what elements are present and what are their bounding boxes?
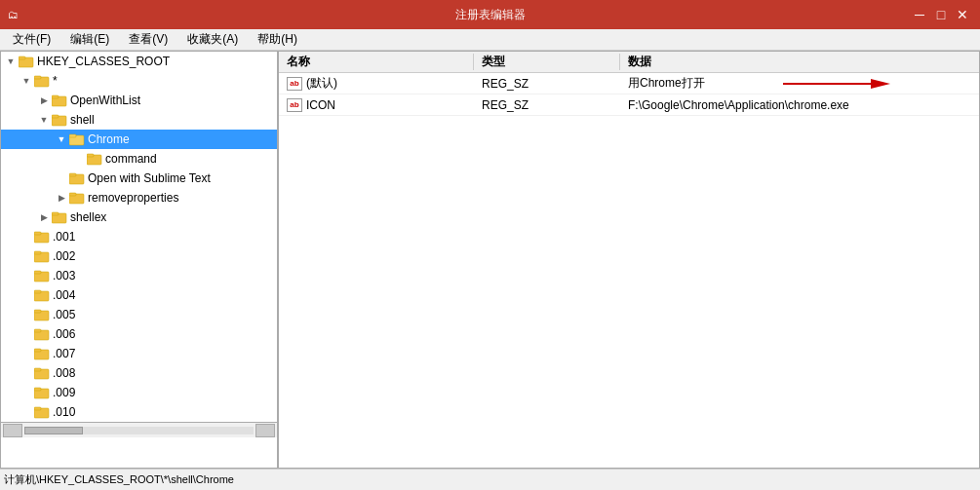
svg-rect-35 (34, 388, 41, 391)
svg-rect-19 (34, 232, 41, 235)
tree-node-005[interactable]: ▶ .005 (1, 305, 277, 324)
svg-rect-27 (34, 310, 41, 313)
tree-label-004: .004 (53, 288, 75, 302)
folder-icon-002 (34, 249, 50, 263)
tree-panel[interactable]: ▼ HKEY_CLASSES_ROOT ▼ * ▶ Ope (1, 52, 279, 468)
tree-node-removeprops[interactable]: ▶ removeproperties (1, 188, 277, 207)
expand-icon-star: ▼ (19, 73, 34, 89)
tree-label-003: .003 (53, 269, 75, 283)
tree-node-star[interactable]: ▼ * (1, 71, 277, 91)
folder-icon-star (34, 74, 50, 88)
svg-rect-1 (19, 57, 25, 59)
folder-icon-sublime (69, 171, 85, 185)
tree-label-009: .009 (53, 386, 75, 399)
svg-rect-17 (52, 212, 59, 215)
folder-icon-command (87, 152, 102, 166)
tree-label-chrome: Chrome (88, 132, 130, 146)
col-header-type: 类型 (474, 54, 620, 70)
tree-node-003[interactable]: ▶ .003 (1, 266, 277, 285)
folder-icon-005 (34, 308, 50, 321)
folder-icon-006 (34, 327, 50, 341)
menu-file[interactable]: 文件(F) (4, 28, 59, 51)
tree-label-shell: shell (70, 113, 95, 127)
scroll-thumb[interactable] (24, 427, 83, 434)
folder-icon-007 (34, 347, 50, 360)
cell-type-1: REG_SZ (474, 98, 620, 112)
tree-node-shell[interactable]: ▼ shell (1, 110, 277, 130)
folder-icon-shellex (52, 210, 67, 224)
tree-label-shellex: shellex (70, 210, 106, 224)
tree-node-010[interactable]: ▶ .010 (1, 402, 277, 422)
title-bar: 🗂 注册表编辑器 ─ □ ✕ (0, 0, 980, 29)
svg-rect-37 (34, 407, 41, 410)
scroll-left-btn[interactable] (3, 424, 22, 437)
status-bar: 计算机\HKEY_CLASSES_ROOT\*\shell\Chrome (0, 469, 980, 490)
cell-name-0: ab (默认) (279, 75, 474, 92)
folder-icon-removeprops (69, 191, 85, 205)
tree-label-removeprops: removeproperties (88, 191, 178, 205)
tree-node-009[interactable]: ▶ .009 (1, 383, 277, 402)
cell-name-1: ab ICON (279, 98, 474, 112)
tree-label-star: * (53, 74, 58, 88)
tree-label-008: .008 (53, 366, 75, 380)
menu-edit[interactable]: 编辑(E) (61, 28, 118, 51)
cell-type-0: REG_SZ (474, 77, 620, 91)
scroll-track[interactable] (24, 427, 254, 434)
window: 🗂 注册表编辑器 ─ □ ✕ 文件(F) 编辑(E) 查看(V) 收藏夹(A) … (0, 0, 980, 490)
tree-node-chrome[interactable]: ▼ Chrome (1, 130, 277, 149)
scroll-right-btn[interactable] (255, 424, 275, 437)
tree-node-006[interactable]: ▶ .006 (1, 324, 277, 344)
table-row[interactable]: ab (默认) REG_SZ 用Chrome打开 (279, 73, 979, 94)
tree-horizontal-scrollbar[interactable] (1, 422, 277, 437)
tree-node-002[interactable]: ▶ .002 (1, 246, 277, 266)
tree-node-command[interactable]: ▶ command (1, 149, 277, 169)
svg-rect-31 (34, 349, 41, 352)
cell-data-1: F:\Google\Chrome\Application\chrome.exe (620, 98, 979, 112)
tree-label-006: .006 (53, 327, 75, 341)
svg-rect-33 (34, 368, 41, 371)
window-title: 注册表编辑器 (455, 7, 526, 23)
tree-node-001[interactable]: ▶ .001 (1, 227, 277, 246)
main-content: ▼ HKEY_CLASSES_ROOT ▼ * ▶ Ope (0, 51, 980, 469)
folder-icon-chrome (69, 132, 85, 146)
expand-icon-shell: ▼ (36, 112, 52, 128)
status-text: 计算机\HKEY_CLASSES_ROOT\*\shell\Chrome (4, 472, 234, 487)
table-row[interactable]: ab ICON REG_SZ F:\Google\Chrome\Applicat… (279, 94, 979, 116)
cell-data-value-0: 用Chrome打开 (628, 75, 705, 92)
svg-rect-23 (34, 271, 41, 274)
tree-node-openwithlist[interactable]: ▶ OpenWithList (1, 91, 277, 110)
menu-favorites[interactable]: 收藏夹(A) (178, 28, 247, 51)
tree-node-007[interactable]: ▶ .007 (1, 344, 277, 363)
menu-view[interactable]: 查看(V) (120, 28, 176, 51)
reg-icon-1: ab (287, 98, 302, 112)
cell-name-label-0: (默认) (306, 75, 337, 92)
tree-node-root[interactable]: ▼ HKEY_CLASSES_ROOT (1, 52, 277, 71)
table-body: ab (默认) REG_SZ 用Chrome打开 (279, 73, 979, 468)
close-button[interactable]: ✕ (953, 5, 972, 24)
tree-node-sublime[interactable]: ▶ Open with Sublime Text (1, 169, 277, 188)
folder-icon-008 (34, 366, 50, 380)
tree-label-sublime: Open with Sublime Text (88, 171, 211, 185)
col-header-name: 名称 (279, 54, 474, 70)
minimize-button[interactable]: ─ (910, 5, 929, 24)
tree-label-010: .010 (53, 405, 75, 419)
maximize-button[interactable]: □ (931, 5, 951, 24)
tree-node-008[interactable]: ▶ .008 (1, 363, 277, 383)
tree-node-004[interactable]: ▶ .004 (1, 285, 277, 305)
tree-label-root: HKEY_CLASSES_ROOT (37, 55, 170, 68)
menu-bar: 文件(F) 编辑(E) 查看(V) 收藏夹(A) 帮助(H) (0, 29, 980, 51)
svg-marker-39 (871, 79, 890, 89)
tree-label-002: .002 (53, 249, 75, 263)
window-controls: ─ □ ✕ (910, 5, 972, 24)
folder-icon-owlist (52, 94, 67, 107)
folder-icon-003 (34, 269, 50, 283)
cell-data-0: 用Chrome打开 (620, 74, 979, 94)
tree-label-owlist: OpenWithList (70, 94, 140, 107)
tree-node-shellex[interactable]: ▶ shellex (1, 207, 277, 227)
tree-label-005: .005 (53, 308, 75, 321)
red-arrow-annotation (773, 74, 890, 94)
menu-help[interactable]: 帮助(H) (249, 28, 306, 51)
folder-icon-009 (34, 386, 50, 399)
expand-icon-owlist: ▶ (36, 93, 52, 108)
svg-rect-11 (87, 154, 94, 157)
